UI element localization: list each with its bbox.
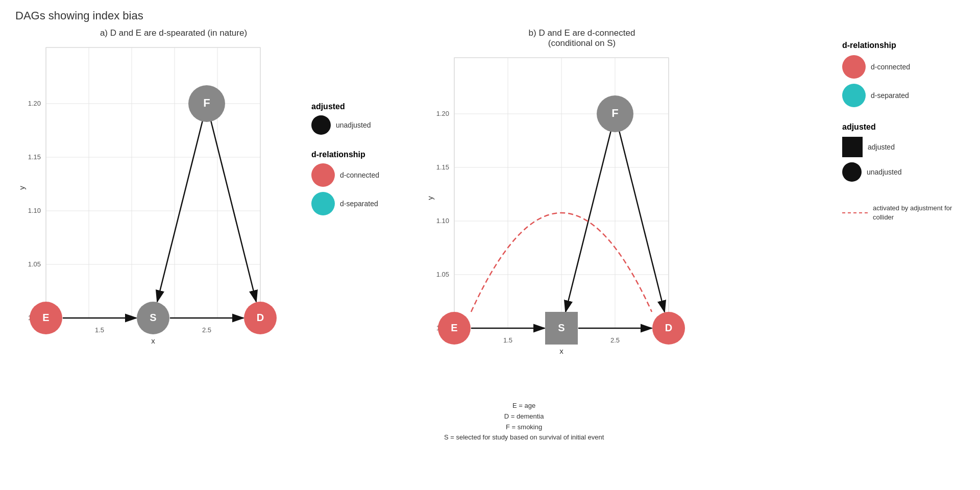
svg-text:1.5: 1.5 [503, 336, 512, 344]
legend-d-relationship-title-left: d-relationship [311, 150, 379, 159]
svg-text:1.10: 1.10 [28, 207, 41, 214]
legend-adjusted-title: adjusted [311, 102, 379, 111]
annotation-d: D = dementia [444, 411, 604, 422]
legend-right-d-connected-label: d-connected [871, 63, 910, 71]
svg-text:1.5: 1.5 [95, 326, 104, 334]
legend-right-adjusted-title: adjusted [842, 122, 965, 132]
legend-activated-label: activated by adjustment for collider [873, 204, 954, 222]
svg-rect-0 [46, 47, 260, 318]
legend-d-separated-label-left: d-separated [340, 200, 378, 208]
svg-text:1.10: 1.10 [436, 217, 449, 225]
svg-text:2.5: 2.5 [610, 336, 620, 344]
svg-text:1.15: 1.15 [436, 163, 449, 171]
legend-activated-item: activated by adjustment for collider [842, 204, 965, 222]
legend-d-connected-circle [311, 163, 335, 187]
legend-d-separated-circle [311, 192, 335, 215]
svg-text:D: D [257, 312, 264, 323]
svg-text:D: D [665, 322, 672, 333]
svg-text:S: S [150, 312, 156, 323]
svg-text:y: y [426, 196, 434, 200]
dag-b-plot: 1.00 1.05 1.10 1.15 1.20 y x 1.0 1.5 2.0… [424, 53, 699, 369]
svg-text:1.15: 1.15 [28, 153, 41, 161]
legend-left: adjusted unadjusted d-relationship d-con… [311, 102, 379, 220]
legend-right-d-relationship-title: d-relationship [842, 41, 965, 50]
svg-text:F: F [611, 107, 618, 119]
svg-text:E: E [42, 312, 49, 323]
legend-right-d-separated-label: d-separated [871, 91, 909, 100]
svg-text:E: E [451, 322, 457, 333]
svg-text:S: S [558, 322, 565, 333]
legend-right-adjusted-label: adjusted [868, 143, 895, 151]
svg-text:1.20: 1.20 [28, 100, 41, 107]
legend-d-connected-label-left: d-connected [340, 171, 379, 179]
svg-text:1.05: 1.05 [28, 260, 41, 268]
main-title: DAGs showing index bias [15, 9, 143, 22]
legend-unadjusted-circle [311, 115, 331, 135]
svg-text:x: x [151, 336, 155, 345]
dag-a-plot: 1.00 1.05 1.10 1.15 1.20 y x 1.0 1.5 2.0… [15, 42, 291, 359]
legend-dashed-line [842, 212, 868, 213]
annotation-f: F = smoking [444, 422, 604, 433]
legend-right: d-relationship d-connected d-separated a… [842, 41, 965, 222]
legend-right-unadjusted-circle [842, 162, 862, 182]
panel-b-subtitle: b) D and E are d-connected (conditional … [424, 28, 740, 48]
annotations: E = age D = dementia F = smoking S = sel… [444, 401, 604, 443]
panel-a-subtitle: a) D and E are d-spearated (in nature) [15, 28, 332, 38]
svg-text:x: x [559, 347, 564, 355]
legend-right-unadjusted-label: unadjusted [867, 168, 902, 176]
legend-right-adjusted-rect [842, 137, 863, 157]
svg-text:F: F [203, 96, 210, 109]
svg-text:1.05: 1.05 [436, 271, 449, 278]
svg-text:y: y [17, 186, 26, 190]
svg-text:2.5: 2.5 [202, 326, 211, 334]
svg-text:1.20: 1.20 [436, 110, 449, 117]
annotation-s: S = selected for study based on survival… [444, 432, 604, 443]
legend-unadjusted-label: unadjusted [336, 121, 371, 129]
legend-right-d-connected-circle [842, 55, 866, 79]
legend-right-d-separated-circle [842, 84, 866, 107]
annotation-e: E = age [444, 401, 604, 411]
